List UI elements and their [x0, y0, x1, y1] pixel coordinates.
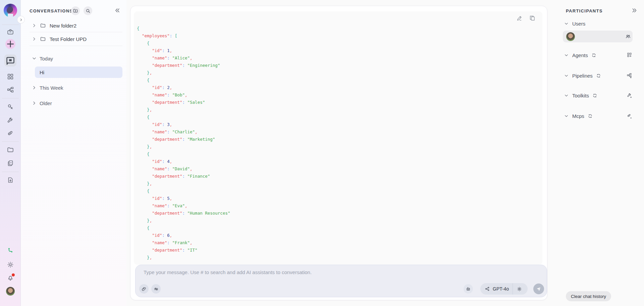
folder-row[interactable]: New folder2	[21, 19, 126, 32]
composer-settings-button[interactable]	[151, 284, 161, 294]
conversation-item-selected[interactable]: Hi	[35, 67, 122, 78]
key-icon[interactable]	[7, 103, 14, 111]
chevron-right-icon	[32, 36, 37, 42]
pipeline-icon[interactable]	[7, 247, 14, 254]
robot-icon	[466, 286, 471, 292]
clear-chat-history-button[interactable]: Clear chat history	[566, 291, 611, 301]
chevron-right-icon	[32, 100, 37, 106]
chevron-down-icon	[564, 73, 569, 78]
rail-divider	[2, 25, 19, 25]
message-composer[interactable]: Type your message. Use # to search and a…	[135, 265, 547, 297]
add-mcp-icon[interactable]	[627, 113, 633, 119]
section-agents[interactable]: Agents	[560, 51, 644, 59]
section-label: Users	[572, 21, 585, 27]
refresh-icon[interactable]	[592, 93, 597, 98]
chevron-down-icon	[564, 21, 569, 26]
settings-gear-icon[interactable]	[7, 261, 14, 268]
send-button[interactable]	[533, 283, 544, 294]
message-toolbar	[516, 15, 536, 21]
section-this-week[interactable]: This Week	[21, 83, 126, 92]
divider	[30, 32, 122, 32]
json-code: { "employees": [ { "id": 1, "name": "Ali…	[134, 11, 542, 261]
divider	[30, 46, 122, 46]
briefcase-icon[interactable]	[7, 28, 14, 36]
edit-icon[interactable]	[516, 15, 523, 21]
bell-icon[interactable]	[7, 274, 14, 281]
conversations-panel: CONVERSATIONS New folder2 Test Folder UP…	[21, 0, 126, 306]
section-pipelines[interactable]: Pipelines	[560, 72, 644, 80]
chevron-down-icon	[564, 93, 569, 98]
flow-icon[interactable]	[7, 86, 14, 93]
chevron-right-icon	[32, 23, 37, 28]
copy-icon[interactable]	[529, 15, 536, 21]
folder-plus-icon	[73, 8, 78, 13]
refresh-icon[interactable]	[591, 53, 596, 58]
section-label: Mcps	[572, 113, 584, 119]
model-name: GPT-4o	[493, 286, 509, 292]
user-avatar[interactable]	[6, 287, 15, 296]
chevron-down-icon	[564, 114, 569, 119]
chevron-down-icon	[564, 53, 569, 58]
folder-row[interactable]: Test Folder UPD	[21, 33, 126, 45]
folder-icon	[40, 23, 46, 29]
model-selector[interactable]: GPT-4o	[480, 283, 528, 295]
send-icon	[536, 286, 541, 292]
assistant-button[interactable]	[464, 284, 473, 294]
expand-sidebar-button[interactable]	[17, 16, 25, 24]
conversations-title: CONVERSATIONS	[30, 8, 73, 13]
folder-label: Test Folder UPD	[50, 36, 87, 42]
conversation-label: Hi	[40, 70, 44, 75]
chat-area: { "employees": [ { "id": 1, "name": "Ali…	[130, 6, 547, 300]
section-label: Agents	[572, 52, 588, 58]
app-logo[interactable]	[4, 4, 17, 17]
folder-icon[interactable]	[7, 146, 14, 154]
double-chevron-left-icon	[114, 7, 121, 14]
section-older[interactable]: Older	[21, 98, 126, 108]
section-mcps[interactable]: Mcps	[560, 112, 644, 120]
participant-avatar	[566, 32, 575, 41]
section-label: This Week	[40, 85, 63, 91]
tags-icon[interactable]	[7, 129, 14, 137]
rail-divider	[2, 98, 19, 98]
divider	[513, 283, 513, 295]
file-import-icon[interactable]	[7, 176, 14, 184]
attach-file-button[interactable]	[139, 284, 149, 294]
folder-icon	[40, 36, 46, 42]
create-folder-button[interactable]	[71, 6, 80, 15]
users-icon[interactable]	[625, 33, 631, 40]
chevron-down-icon	[32, 56, 37, 61]
chat-icon[interactable]	[4, 54, 16, 67]
grid-icon[interactable]	[7, 73, 14, 80]
participant-user-row[interactable]	[563, 31, 633, 42]
search-conversations-button[interactable]	[84, 6, 92, 15]
clear-chat-history-label: Clear chat history	[571, 294, 606, 299]
share-icon	[485, 286, 490, 292]
folder-label: New folder2	[50, 23, 76, 29]
participants-panel: PARTICIPANTS Users Agents Pipelines Tool…	[560, 0, 644, 306]
chevron-right-icon	[32, 85, 37, 90]
double-chevron-right-icon	[631, 7, 638, 14]
collapse-participants-button[interactable]	[631, 7, 638, 14]
sliders-icon	[154, 287, 159, 292]
section-toolkits[interactable]: Toolkits	[560, 91, 644, 99]
section-label: Today	[40, 56, 53, 61]
create-new-button[interactable]	[5, 39, 15, 49]
add-toolkit-icon[interactable]	[627, 92, 633, 98]
section-label: Pipelines	[572, 73, 593, 79]
section-today[interactable]: Today	[21, 54, 126, 63]
notification-dot	[12, 273, 15, 276]
collapse-conversations-button[interactable]	[114, 7, 121, 14]
refresh-icon[interactable]	[596, 73, 601, 78]
add-pipeline-icon[interactable]	[627, 73, 633, 79]
section-label: Toolkits	[572, 93, 589, 98]
refresh-icon[interactable]	[588, 114, 593, 119]
documents-icon[interactable]	[7, 160, 14, 167]
add-agent-icon[interactable]	[627, 52, 633, 58]
wrench-icon[interactable]	[7, 116, 14, 124]
composer-placeholder[interactable]: Type your message. Use # to search and a…	[144, 269, 312, 275]
rail-divider	[2, 172, 19, 172]
model-settings-gear-icon[interactable]	[517, 286, 522, 292]
section-users[interactable]: Users	[560, 19, 644, 28]
search-icon	[86, 8, 91, 13]
message-code-block: { "employees": [ { "id": 1, "name": "Ali…	[134, 11, 542, 265]
